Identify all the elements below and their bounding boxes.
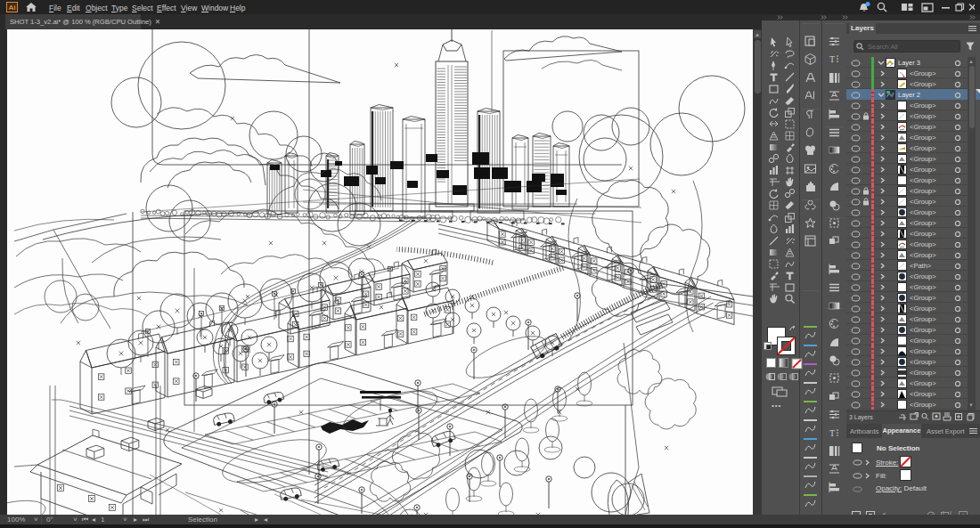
- svg-text:T: T: [829, 54, 835, 64]
- svg-text:T: T: [829, 428, 835, 438]
